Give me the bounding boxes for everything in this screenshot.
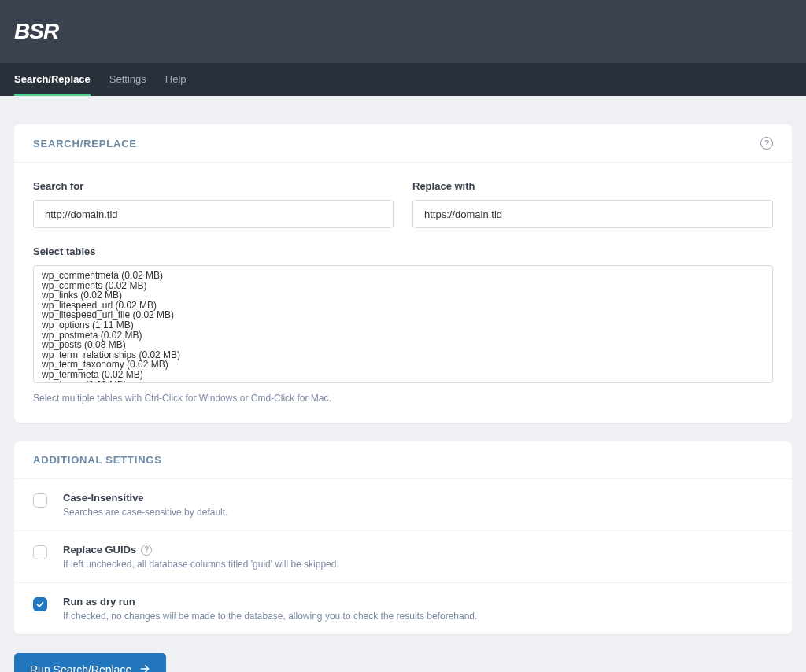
setting-row: Run as dry runIf checked, no changes wil… bbox=[14, 582, 792, 634]
help-icon[interactable]: ? bbox=[141, 545, 152, 556]
table-option[interactable]: wp_links (0.02 MB) bbox=[42, 290, 764, 301]
setting-row: Replace GUIDs?If left unchecked, all dat… bbox=[14, 530, 792, 582]
logo: BSR bbox=[14, 19, 58, 44]
replace-with-input[interactable] bbox=[412, 200, 773, 228]
table-option[interactable]: wp_terms (0.02 MB) bbox=[42, 380, 764, 383]
table-option[interactable]: wp_commentmeta (0.02 MB) bbox=[42, 271, 764, 281]
select-tables-helper: Select multiple tables with Ctrl-Click f… bbox=[33, 393, 773, 404]
setting-title: Replace GUIDs? bbox=[63, 544, 339, 556]
replace-with-label: Replace with bbox=[412, 180, 773, 192]
table-option[interactable]: wp_comments (0.02 MB) bbox=[42, 281, 764, 291]
table-option[interactable]: wp_termmeta (0.02 MB) bbox=[42, 370, 764, 380]
select-tables-label: Select tables bbox=[33, 246, 773, 257]
table-option[interactable]: wp_term_taxonomy (0.02 MB) bbox=[42, 360, 764, 370]
nav-help[interactable]: Help bbox=[165, 63, 187, 96]
nav-search-replace[interactable]: Search/Replace bbox=[14, 63, 91, 96]
setting-title: Case-Insensitive bbox=[63, 492, 227, 504]
search-for-label: Search for bbox=[33, 180, 394, 192]
table-option[interactable]: wp_posts (0.08 MB) bbox=[42, 340, 764, 350]
nav-settings[interactable]: Settings bbox=[109, 63, 146, 96]
search-for-input[interactable] bbox=[33, 200, 394, 228]
panel-header: SEARCH/REPLACE ? bbox=[14, 124, 792, 163]
panel-body: Search for Replace with Select tables wp… bbox=[14, 163, 792, 423]
arrow-right-icon bbox=[139, 663, 150, 673]
table-option[interactable]: wp_options (1.11 MB) bbox=[42, 320, 764, 330]
setting-row: Case-InsensitiveSearches are case-sensit… bbox=[14, 478, 792, 530]
checkbox[interactable] bbox=[33, 545, 47, 559]
select-tables-list[interactable]: wp_commentmeta (0.02 MB)wp_comments (0.0… bbox=[33, 265, 773, 383]
content-area: SEARCH/REPLACE ? Search for Replace with… bbox=[0, 96, 806, 672]
app-header: BSR bbox=[0, 0, 806, 63]
setting-title: Run as dry run bbox=[63, 596, 477, 607]
setting-desc: Searches are case-sensitive by default. bbox=[63, 507, 227, 518]
table-option[interactable]: wp_postmeta (0.02 MB) bbox=[42, 330, 764, 341]
additional-settings-panel: ADDITIONAL SETTINGS Case-InsensitiveSear… bbox=[14, 441, 792, 634]
run-search-replace-button[interactable]: Run Search/Replace bbox=[14, 653, 166, 672]
checkbox[interactable] bbox=[33, 493, 47, 508]
panel-header: ADDITIONAL SETTINGS bbox=[14, 441, 792, 478]
setting-desc: If checked, no changes will be made to t… bbox=[63, 611, 477, 622]
panel-title: ADDITIONAL SETTINGS bbox=[33, 454, 162, 466]
setting-desc: If left unchecked, all database columns … bbox=[63, 559, 339, 570]
run-button-label: Run Search/Replace bbox=[30, 663, 131, 672]
search-replace-panel: SEARCH/REPLACE ? Search for Replace with… bbox=[14, 124, 792, 423]
panel-title: SEARCH/REPLACE bbox=[33, 138, 137, 150]
table-option[interactable]: wp_litespeed_url_file (0.02 MB) bbox=[42, 310, 764, 320]
help-icon[interactable]: ? bbox=[760, 137, 773, 150]
checkbox[interactable] bbox=[33, 597, 47, 611]
navbar: Search/Replace Settings Help bbox=[0, 63, 806, 96]
